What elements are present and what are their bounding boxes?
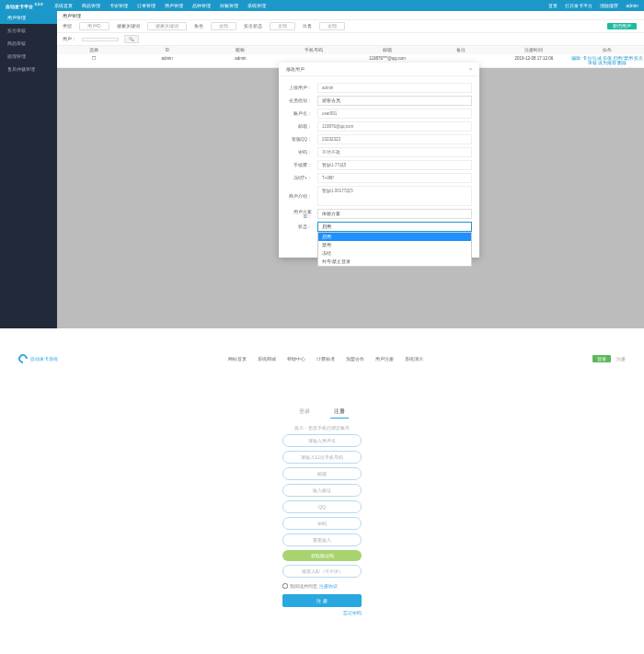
sidebar-item-goods[interactable]: 商品审核	[0, 37, 57, 50]
col: 手机号码	[277, 48, 351, 52]
cell-ops[interactable]: 编辑 卡台/分成 充值 启用/禁用 实名审核 设为推荐 删除	[570, 56, 644, 65]
close-icon[interactable]: ×	[469, 66, 472, 72]
col: 注册时间	[498, 48, 571, 52]
nav-item[interactable]: 卡密管理	[109, 3, 128, 8]
edit-user-modal: 修改用户 × 上级用户：admin 会员组别：游客会员 账户名：user001 …	[279, 63, 479, 258]
nav-item[interactable]: 系统管理	[247, 3, 266, 8]
nav-item[interactable]: 系统首页	[54, 3, 73, 8]
search-button[interactable]: 🔍	[124, 35, 139, 43]
email-field[interactable]: 119876@qq.com	[317, 121, 472, 132]
about-field[interactable]: 暂缺1.00177或5	[317, 186, 472, 206]
status-selected[interactable]: 启用	[317, 222, 472, 232]
cell-nick: admin	[204, 56, 278, 65]
open-site-link[interactable]: 打开发卡平台	[565, 3, 592, 8]
realname-select[interactable]: 全部	[270, 22, 295, 30]
nav-link[interactable]: 用户注册	[375, 356, 394, 361]
label: 账户名：	[286, 111, 312, 116]
password-field[interactable]: 不填不改	[317, 147, 472, 157]
nav-item[interactable]: 品种管理	[192, 3, 211, 8]
cell-check[interactable]: ☐	[57, 56, 131, 65]
nav-item[interactable]: 对账管理	[220, 3, 238, 8]
keyword-input[interactable]: 搜索关键词	[147, 22, 187, 30]
status-option[interactable]: 封号-禁止登录	[318, 258, 471, 266]
label: 手续费：	[286, 163, 312, 167]
email-input[interactable]: 邮箱	[282, 467, 362, 480]
cell-id: admin	[131, 56, 204, 65]
status-option[interactable]: 启用	[318, 233, 471, 241]
nav-item[interactable]: 订单管理	[137, 3, 155, 8]
nav-link[interactable]: 网站首页	[228, 356, 247, 361]
filter-bar: 类型 用户ID 搜索关键词 搜索关键词 角色 全部 实名状态 全部 出售 全部 …	[57, 20, 644, 33]
table-header: 选择 ID 昵称 手机号码 邮箱 备注 注册时间 操作	[57, 46, 644, 54]
auth-card: 登录 注册 提示：您是手机已绑定账号 请输入用户名 请输入11位手机号码 邮箱 …	[282, 400, 362, 621]
cell-time: 2019-12-08 17:12:06	[498, 56, 571, 65]
admin-panel: 自动发卡平台 2.3.0 系统首页 商品管理 卡密管理 订单管理 用户管理 品种…	[0, 0, 644, 328]
tab-register[interactable]: 注册	[330, 406, 349, 419]
type-select[interactable]: 用户ID	[79, 22, 109, 30]
send-code-button[interactable]: 获取验证码	[282, 550, 362, 561]
label: 用户方案ID：	[286, 210, 312, 219]
account-field[interactable]: user001	[317, 109, 472, 119]
sidebar: 用户管理 实名审核 商品审核 提现管理 售后仲裁管理	[0, 11, 57, 328]
password-input[interactable]: 密码	[282, 517, 362, 530]
main-area: 用户管理 类型 用户ID 搜索关键词 搜索关键词 角色 全部 实名状态 全部 出…	[57, 11, 644, 328]
qq-field[interactable]: 23232323	[317, 134, 472, 144]
login-button[interactable]: 登录	[592, 355, 611, 362]
phone-input[interactable]: 请输入11位手机号码	[282, 451, 362, 464]
register-button[interactable]: 注 册	[282, 594, 362, 607]
agree-checkbox[interactable]	[282, 583, 288, 589]
clear-cache-link[interactable]: 清除缓存	[600, 3, 618, 8]
sidebar-item-withdraw[interactable]: 提现管理	[0, 50, 57, 63]
parent-user-field[interactable]: admin	[317, 83, 472, 93]
nav-link[interactable]: 系统商城	[258, 356, 276, 361]
sidebar-item-users[interactable]: 用户管理	[0, 11, 57, 24]
add-user-button[interactable]: 新增用户	[607, 23, 637, 29]
public-nav-links: 网站首页 系统商城 帮助中心 计费标准 加盟合作 用户注册 系统演示	[228, 356, 423, 361]
nav-link[interactable]: 系统演示	[405, 356, 423, 361]
label: 商户介绍：	[286, 194, 312, 199]
group-select[interactable]: 游客会员	[317, 96, 472, 106]
col: 操作	[570, 48, 644, 52]
top-nav: 系统首页 商品管理 卡密管理 订单管理 用户管理 品种管理 对账管理 系统管理	[54, 3, 266, 8]
sidebar-item-arbitration[interactable]: 售后仲裁管理	[0, 63, 57, 75]
home-link[interactable]: 首页	[548, 3, 558, 8]
plan-select[interactable]: 体验方案	[317, 209, 472, 219]
fee-field[interactable]: 暂缺1.77或5	[317, 160, 472, 170]
sell-select[interactable]: 全部	[319, 22, 345, 30]
auth-tabs: 登录 注册	[282, 406, 362, 419]
filter-label: 角色	[194, 24, 203, 29]
agree-text: 我阅读并同意	[290, 584, 317, 589]
col: 昵称	[204, 48, 278, 52]
nav-link[interactable]: 加盟合作	[346, 356, 364, 361]
captcha-input[interactable]: 输入验证	[282, 484, 362, 497]
role-select[interactable]: 全部	[211, 22, 236, 30]
username-input[interactable]: 请输入用户名	[282, 434, 362, 447]
nav-link[interactable]: 帮助中心	[287, 356, 305, 361]
user-link[interactable]: admin	[626, 3, 638, 8]
agreement-link[interactable]: 注册协议	[319, 584, 338, 589]
nav-link[interactable]: 计费标准	[316, 356, 335, 361]
register-link[interactable]: 注册	[616, 356, 626, 361]
qq-input[interactable]: QQ	[282, 500, 362, 513]
logo[interactable]: 自动发卡系统	[18, 354, 58, 363]
hint-text: 提示：您是手机已绑定账号	[282, 426, 362, 430]
tab-login[interactable]: 登录	[295, 406, 314, 419]
brand: 自动发卡平台 2.3.0	[6, 2, 43, 9]
nav-item[interactable]: 商品管理	[82, 3, 100, 8]
forgot-password-link[interactable]: 忘记密码	[282, 611, 362, 615]
confirm-input[interactable]: 重复输入	[282, 534, 362, 546]
sidebar-item-realname[interactable]: 实名审核	[0, 24, 57, 37]
col: ID	[131, 48, 204, 52]
user-label: 用户：	[63, 37, 76, 41]
freeze-field[interactable]: T+0即	[317, 173, 472, 183]
user-input[interactable]	[82, 38, 119, 41]
status-option[interactable]: 禁用	[318, 241, 471, 249]
referrer-input[interactable]: 推荐人ID（可不填）	[282, 565, 362, 578]
col: 备注	[424, 48, 498, 52]
public-nav: 自动发卡系统 网站首页 系统商城 帮助中心 计费标准 加盟合作 用户注册 系统演…	[0, 354, 644, 363]
status-option[interactable]: 冻结	[318, 249, 471, 258]
label: 密码：	[286, 150, 312, 155]
status-select[interactable]: 启用 启用 禁用 冻结 封号-禁止登录	[317, 222, 472, 232]
label: 客服QQ：	[286, 137, 312, 142]
nav-item[interactable]: 用户管理	[165, 3, 183, 8]
